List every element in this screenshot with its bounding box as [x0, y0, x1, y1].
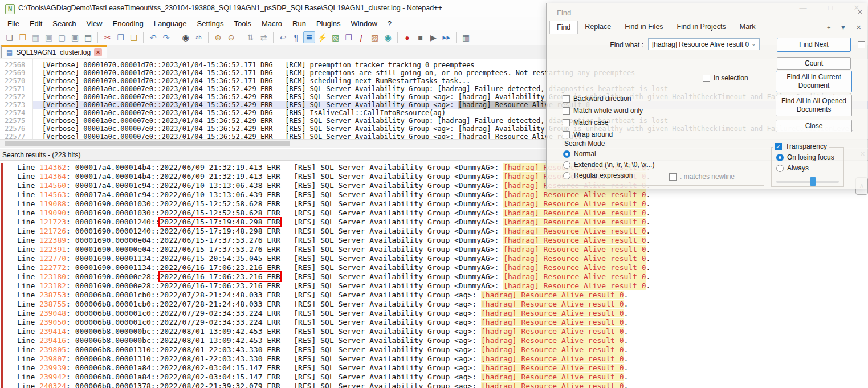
save-all-icon[interactable]: ▣: [43, 31, 55, 43]
indent-guide-icon[interactable]: ≣: [303, 31, 315, 43]
menu-file[interactable]: File: [2, 18, 25, 29]
macro-save-icon[interactable]: ▦: [460, 31, 472, 43]
result-row[interactable]: Line 122389: 00001690.00000e04::2022/06/…: [0, 236, 868, 245]
result-row[interactable]: Line 239805: 000006b8.00001310::2022/08/…: [0, 345, 868, 354]
copy-icon[interactable]: ❐: [115, 31, 127, 43]
chevron-down-icon[interactable]: ⌄: [751, 40, 756, 47]
result-row[interactable]: Line 119090: 00001690.00001030::2022/06/…: [0, 209, 868, 218]
open-file-icon[interactable]: ❒: [17, 31, 28, 43]
menu-run[interactable]: Run: [287, 18, 311, 29]
slider-thumb[interactable]: [810, 177, 816, 186]
macro-play-icon[interactable]: ▶: [427, 31, 439, 43]
search-mode-regular-radio[interactable]: Regular expression: [563, 171, 654, 179]
find-dialog-tab-replace[interactable]: Replace: [578, 21, 618, 34]
find-next-button[interactable]: Find Next: [777, 38, 851, 52]
result-row[interactable]: Line 119088: 00001690.00001030::2022/06/…: [0, 199, 868, 209]
result-row[interactable]: Line 121723: 00001690.00001240::2022/06/…: [0, 218, 868, 227]
find-dialog-tab-find-in-files[interactable]: Find in Files: [618, 21, 670, 34]
result-row[interactable]: Line 123182: 00001690.00000e28::2022/06/…: [0, 281, 868, 291]
result-row[interactable]: Line 122391: 00001690.00000e04::2022/06/…: [0, 245, 868, 254]
search-mode-extended-radio[interactable]: Extended (\n, \r, \t, \0, \x...): [563, 161, 654, 169]
close-dialog-button[interactable]: Close: [776, 120, 852, 132]
result-row[interactable]: Line 238755: 000006b8.00001cb0::2022/07/…: [0, 300, 868, 309]
menu-?[interactable]: ?: [382, 18, 397, 29]
undo-icon[interactable]: ↶: [147, 31, 159, 43]
transparency-slider[interactable]: [776, 181, 839, 183]
tab-list-dropdown-icon[interactable]: ▼: [840, 24, 846, 31]
result-row[interactable]: Line 114563: 000017a4.00001c94::2022/06/…: [0, 190, 868, 199]
find-dialog-tab-mark[interactable]: Mark: [733, 21, 763, 34]
menu-encoding[interactable]: Encoding: [108, 18, 149, 29]
match-case-checkbox[interactable]: Match case: [563, 119, 643, 126]
menu-settings[interactable]: Settings: [192, 18, 229, 29]
transparency-checkbox[interactable]: ✓Transparency: [775, 142, 827, 150]
function-list-icon[interactable]: ƒ: [356, 31, 368, 43]
result-row[interactable]: Line 123180: 00001690.00000e28::2022/06/…: [0, 272, 868, 281]
redo-icon[interactable]: ↷: [160, 31, 172, 43]
result-row[interactable]: Line 121726: 00001690.00001240::2022/06/…: [0, 227, 868, 236]
close-all-documents-icon[interactable]: ▣: [69, 31, 81, 43]
document-switcher-icon[interactable]: ❐: [343, 31, 354, 43]
result-row[interactable]: Line 239416: 000006b8.000000bc::2022/08/…: [0, 336, 868, 345]
zoom-out-icon[interactable]: ⊖: [225, 31, 237, 43]
transparency-always-radio[interactable]: Always: [776, 164, 834, 172]
menu-search[interactable]: Search: [47, 18, 81, 29]
result-row[interactable]: Line 239048: 000006b8.000001c0::2022/07/…: [0, 309, 868, 318]
menu-edit[interactable]: Edit: [25, 18, 47, 29]
sync-vertical-scrolling-icon[interactable]: ⇅: [244, 31, 256, 43]
find-icon[interactable]: ◉: [180, 31, 191, 43]
result-row[interactable]: Line 238753: 000006b8.00001cb0::2022/07/…: [0, 291, 868, 300]
macro-stop-icon[interactable]: ■: [414, 31, 426, 43]
tab-close-icon[interactable]: ✕: [856, 24, 861, 31]
sync-horizontal-scrolling-icon[interactable]: ⇄: [258, 31, 270, 43]
find-dialog-close-icon[interactable]: ✕: [857, 8, 863, 16]
macro-run-multiple-icon[interactable]: ▶▶: [441, 31, 453, 43]
result-row[interactable]: Line 122772: 00001690.00001134::2022/06/…: [0, 263, 868, 272]
transparency-on-losing-focus-radio[interactable]: On losing focus: [776, 153, 834, 161]
document-monitoring-icon[interactable]: ◉: [382, 31, 394, 43]
wrap-around-checkbox[interactable]: Wrap around: [563, 130, 643, 138]
folder-as-workspace-icon[interactable]: ▨: [369, 31, 381, 43]
bookmark-checkbox[interactable]: [858, 41, 865, 48]
result-row[interactable]: Line 239939: 000006b8.00001a84::2022/08/…: [0, 364, 868, 373]
menu-window[interactable]: Window: [346, 18, 382, 29]
menu-plugins[interactable]: Plugins: [311, 18, 346, 29]
menu-tools[interactable]: Tools: [229, 18, 256, 29]
find-what-combobox[interactable]: [hadrag] Resource Alive result 0 ⌄: [648, 38, 760, 50]
search-mode-normal-radio[interactable]: Normal: [563, 150, 654, 158]
result-row[interactable]: Line 239050: 000006b8.000001c0::2022/07/…: [0, 318, 868, 327]
result-row[interactable]: Line 239414: 000006b8.000000bc::2022/08/…: [0, 327, 868, 336]
add-tab-icon[interactable]: +: [827, 24, 830, 31]
result-row[interactable]: Line 239807: 000006b8.00001310::2022/08/…: [0, 354, 868, 364]
menu-view[interactable]: View: [81, 18, 108, 29]
in-selection-checkbox[interactable]: In selection: [703, 74, 748, 82]
menu-language[interactable]: Language: [149, 18, 192, 29]
find-dialog-tab-find-in-projects[interactable]: Find in Projects: [670, 21, 733, 34]
tab-sql19agn1-cluster-log[interactable]: ▤ SQL19AGN1_cluster.log ✕: [1, 45, 107, 58]
replace-icon[interactable]: ab: [193, 31, 205, 43]
tab-close-icon[interactable]: ✕: [94, 48, 102, 56]
show-all-characters-icon[interactable]: ¶: [290, 31, 302, 43]
count-button[interactable]: Count: [777, 57, 851, 70]
result-row[interactable]: Line 239942: 000006b8.00001a84::2022/08/…: [0, 373, 868, 382]
paste-icon[interactable]: ❑: [128, 31, 140, 43]
macro-record-icon[interactable]: ●: [401, 31, 413, 43]
matches-newline-checkbox[interactable]: . matches newline: [669, 173, 735, 181]
cut-icon[interactable]: ✂: [101, 31, 113, 43]
backward-direction-checkbox[interactable]: Backward direction: [563, 95, 643, 103]
result-row[interactable]: Line 240324: 000006b8.00001378::2022/08/…: [0, 382, 868, 388]
user-defined-language-icon[interactable]: ⚡: [316, 31, 328, 43]
menu-macro[interactable]: Macro: [256, 18, 287, 29]
save-icon[interactable]: ▦: [30, 31, 42, 43]
print-icon[interactable]: ▤: [82, 31, 94, 43]
new-file-icon[interactable]: ❏: [3, 31, 15, 43]
find-all-current-button[interactable]: Find All in Current Document: [776, 71, 852, 92]
close-document-icon[interactable]: ▢: [56, 31, 68, 43]
document-map-icon[interactable]: ▧: [329, 31, 341, 43]
match-whole-word-only-checkbox[interactable]: Match whole word only: [563, 107, 643, 115]
word-wrap-icon[interactable]: ↩: [277, 31, 289, 43]
scrollbar-thumb[interactable]: [5, 141, 290, 146]
find-dialog-tab-find[interactable]: Find: [549, 21, 578, 34]
zoom-in-icon[interactable]: ⊕: [212, 31, 224, 43]
find-all-opened-button[interactable]: Find All in All Opened Documents: [776, 95, 852, 116]
